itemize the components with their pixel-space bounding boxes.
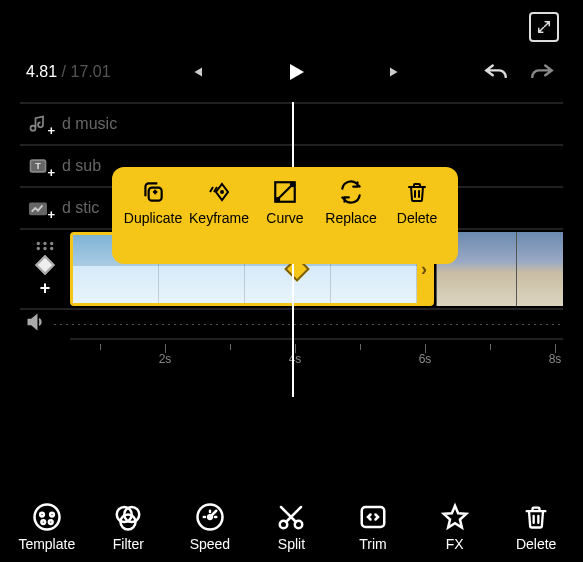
audio-track[interactable] <box>20 308 563 338</box>
time-ruler[interactable]: 2s 4s 6s 8s <box>70 338 563 366</box>
svg-point-18 <box>49 520 53 524</box>
ruler-tick-8s: 8s <box>549 352 562 366</box>
bottom-toolbar: Template Filter Speed Split Trim FX Dele… <box>0 490 583 562</box>
duplicate-icon <box>140 179 166 205</box>
timeline-tracks: + d music T + d sub + d stic + <box>20 102 563 366</box>
expand-icon <box>537 20 551 34</box>
video-editor-app: 4.81 / 17.01 + d musi <box>0 0 583 562</box>
undo-icon <box>483 62 509 82</box>
filter-button[interactable]: Filter <box>92 500 164 552</box>
template-label: Template <box>11 536 83 552</box>
fullscreen-button[interactable] <box>529 12 559 42</box>
svg-rect-26 <box>362 507 385 527</box>
svg-point-4 <box>43 241 46 244</box>
filter-icon <box>113 502 143 532</box>
svg-point-6 <box>37 246 40 249</box>
svg-point-13 <box>290 182 295 187</box>
replace-label: Replace <box>320 211 382 226</box>
svg-point-7 <box>43 246 46 249</box>
keyframe-indicator-icon[interactable] <box>35 255 55 275</box>
svg-point-12 <box>275 197 280 202</box>
time-separator: / <box>62 63 66 80</box>
curve-button[interactable]: Curve <box>254 177 316 264</box>
star-icon <box>440 502 470 532</box>
curve-icon <box>272 179 298 205</box>
svg-text:T: T <box>35 161 41 171</box>
add-clip-button[interactable]: + <box>40 278 51 299</box>
next-button[interactable] <box>381 63 411 81</box>
trash-icon <box>405 179 429 205</box>
play-button[interactable] <box>281 60 311 84</box>
replace-icon <box>338 179 364 205</box>
popup-delete-button[interactable]: Delete <box>386 177 448 264</box>
audio-waveform[interactable] <box>52 323 563 326</box>
svg-point-10 <box>220 190 224 194</box>
replace-button[interactable]: Replace <box>320 177 382 264</box>
speed-icon <box>195 502 225 532</box>
current-time: 4.81 <box>26 63 57 80</box>
sticker-track-label: d stic <box>62 199 99 217</box>
music-note-icon <box>27 114 49 134</box>
trim-icon <box>358 502 388 532</box>
curve-label: Curve <box>254 211 316 226</box>
keyframe-button[interactable]: Keyframe <box>188 177 250 264</box>
template-icon <box>32 502 62 532</box>
skip-previous-icon <box>187 63 205 81</box>
music-track[interactable]: + d music <box>20 102 563 144</box>
svg-point-16 <box>50 513 54 517</box>
transport-controls: 4.81 / 17.01 <box>20 60 563 84</box>
redo-button[interactable] <box>527 62 557 82</box>
duplicate-button[interactable]: Duplicate <box>122 177 184 264</box>
sticker-track-icon[interactable]: + <box>24 197 52 219</box>
fx-button[interactable]: FX <box>419 500 491 552</box>
delete-icon <box>522 502 550 532</box>
scissors-icon <box>276 502 306 532</box>
chart-icon <box>27 199 49 217</box>
svg-point-8 <box>50 246 53 249</box>
grip-icon[interactable] <box>35 240 55 252</box>
ruler-tick-2s: 2s <box>159 352 172 366</box>
keyframe-label: Keyframe <box>188 211 250 226</box>
svg-point-17 <box>41 520 45 524</box>
volume-button[interactable] <box>24 312 52 336</box>
split-button[interactable]: Split <box>255 500 327 552</box>
volume-icon <box>24 312 46 332</box>
delete-label: Delete <box>500 536 572 552</box>
fx-label: FX <box>419 536 491 552</box>
context-menu-popup: Duplicate Keyframe Curve Replace Delete <box>112 167 458 264</box>
duplicate-label: Duplicate <box>122 211 184 226</box>
delete-button[interactable]: Delete <box>500 500 572 552</box>
undo-button[interactable] <box>481 62 511 82</box>
subtitle-track-icon[interactable]: T + <box>24 155 52 177</box>
video-track-controls: + <box>20 240 70 299</box>
filter-label: Filter <box>92 536 164 552</box>
svg-rect-9 <box>149 188 162 201</box>
ruler-tick-4s: 4s <box>289 352 302 366</box>
total-duration: 17.01 <box>71 63 111 80</box>
svg-point-14 <box>34 505 59 530</box>
prev-button[interactable] <box>181 63 211 81</box>
svg-rect-2 <box>29 203 47 216</box>
music-track-icon[interactable]: + <box>24 113 52 135</box>
svg-point-15 <box>40 513 44 517</box>
trim-button[interactable]: Trim <box>337 500 409 552</box>
template-button[interactable]: Template <box>11 500 83 552</box>
play-icon <box>284 60 308 84</box>
speed-label: Speed <box>174 536 246 552</box>
music-track-label: d music <box>62 115 117 133</box>
text-icon: T <box>27 156 49 176</box>
time-display: 4.81 / 17.01 <box>26 63 111 81</box>
ruler-tick-6s: 6s <box>419 352 432 366</box>
svg-point-3 <box>37 241 40 244</box>
redo-icon <box>529 62 555 82</box>
popup-delete-label: Delete <box>386 211 448 226</box>
keyframe-icon <box>204 179 234 205</box>
split-label: Split <box>255 536 327 552</box>
svg-point-5 <box>50 241 53 244</box>
trim-label: Trim <box>337 536 409 552</box>
skip-next-icon <box>387 63 405 81</box>
speed-button[interactable]: Speed <box>174 500 246 552</box>
subtitle-track-label: d sub <box>62 157 101 175</box>
